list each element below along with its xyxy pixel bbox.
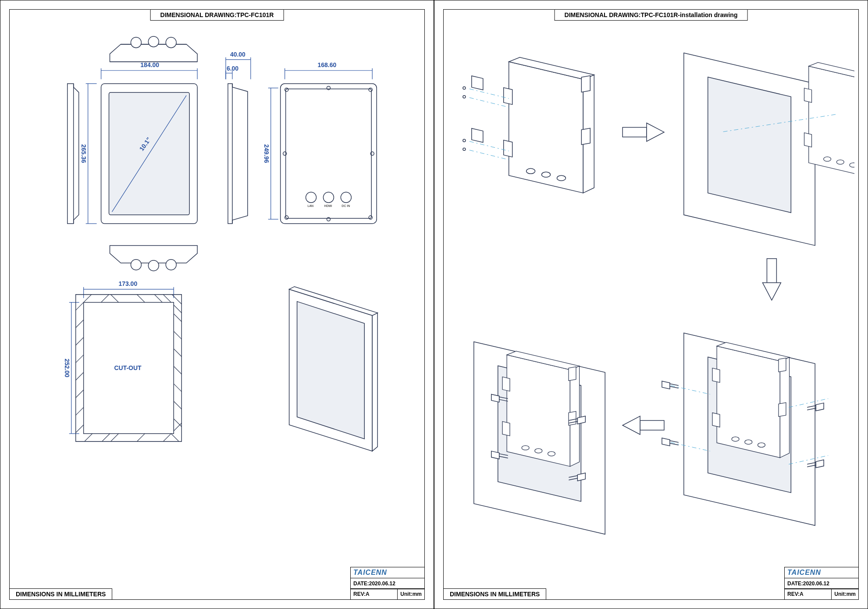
dim-cutout-height: 252.00 (64, 359, 71, 378)
date-row: DATE:2020.06.12 (350, 578, 425, 589)
cutout-label: CUT-OUT (114, 364, 142, 371)
arrow-icon (762, 259, 781, 300)
dim-depth-step: 6.00 (227, 65, 238, 72)
dim-front-width: 184.00 (140, 61, 159, 68)
svg-point-108 (463, 148, 466, 150)
svg-point-38 (148, 260, 159, 271)
unit-cell: Unit:mm (398, 589, 424, 599)
arrow-icon (623, 123, 664, 142)
sheet-dimensional: DIMENSIONAL DRAWING:TPC-FC101R 184.00 26… (0, 0, 434, 609)
install-canvas (448, 22, 854, 569)
dim-rear-width: 168.60 (317, 61, 336, 68)
sheet-title: DIMENSIONAL DRAWING:TPC-FC101R (150, 9, 284, 21)
svg-line-103 (470, 141, 509, 151)
sheet-title: DIMENSIONAL DRAWING:TPC-FC101R-installat… (555, 9, 748, 21)
drawing-canvas: 184.00 265.36 10.1" 40.00 6.00 (14, 22, 420, 569)
conn-label-dcin: DC IN (342, 204, 350, 207)
dim-rear-height: 249.96 (263, 144, 270, 163)
unit-cell: Unit:mm (832, 589, 858, 599)
rev-cell: REV:A (351, 589, 398, 599)
dim-note: DIMENSIONS IN MILLIMETERS (9, 588, 112, 600)
conn-label-lan: LAN (308, 204, 314, 207)
svg-point-105 (463, 87, 466, 89)
brand-logo: TAICENN (787, 569, 821, 577)
dim-note: DIMENSIONS IN MILLIMETERS (443, 588, 546, 600)
svg-point-37 (131, 260, 141, 270)
svg-point-35 (323, 192, 334, 203)
svg-line-104 (470, 150, 509, 160)
brand-logo: TAICENN (353, 569, 387, 577)
svg-line-101 (470, 89, 509, 99)
svg-point-39 (166, 260, 176, 270)
dim-front-height: 265.36 (80, 144, 87, 163)
svg-point-106 (463, 96, 466, 98)
svg-point-2 (166, 37, 176, 48)
sheet-installation: DIMENSIONAL DRAWING:TPC-FC101R-installat… (434, 0, 868, 609)
svg-rect-99 (472, 76, 483, 90)
svg-point-36 (341, 192, 351, 203)
svg-marker-79 (372, 313, 377, 451)
conn-label-hdmi: HDMI (324, 204, 332, 207)
svg-rect-100 (472, 128, 483, 142)
date-row: DATE:2020.06.12 (784, 578, 859, 589)
svg-line-102 (470, 98, 509, 107)
svg-point-1 (148, 36, 159, 47)
svg-point-34 (306, 192, 317, 203)
title-block: TAICENN DATE:2020.06.12 REV:A Unit:mm (350, 568, 425, 600)
svg-point-107 (463, 139, 466, 142)
rev-cell: REV:A (785, 589, 832, 599)
svg-marker-78 (297, 302, 365, 439)
arrow-icon (623, 416, 664, 434)
title-block: TAICENN DATE:2020.06.12 REV:A Unit:mm (784, 568, 859, 600)
svg-point-0 (131, 37, 141, 48)
dim-depth-total: 40.00 (230, 51, 245, 58)
dim-cutout-width: 173.00 (118, 280, 137, 287)
